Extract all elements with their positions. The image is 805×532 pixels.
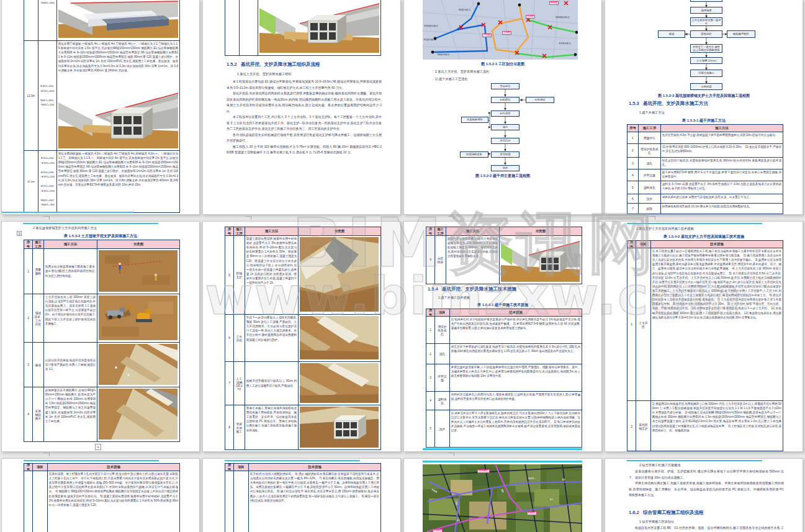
cell-measure: 填料时应沿着井孔口四周均匀填入,避免单侧填坠,让滤料充分填满,严禁用手推车直接倒… — [450, 392, 582, 410]
page-8[interactable]: 2 基坑支护土方开挖及回填施工技术措施 表 1.5.4-2 基坑支护土方开挖及回… — [605, 221, 803, 452]
list-item: 1 疏干井施工方法 — [639, 110, 665, 115]
page-9[interactable]: 序号 项目 技术措施 应及时清理。将土钉预先置入孔内并固定于设计位置,推送过程中… — [1, 458, 200, 532]
route-label: S333 — [528, 477, 534, 480]
col-header-step: 施工工序 — [639, 125, 661, 132]
page-5[interactable]: 2 基坑放坡喷锚支护土方开挖及回填施工方法 表 1.5.3-2 土方放坡开挖支护… — [1, 221, 200, 452]
col-header-figure: 示意图 — [97, 240, 179, 248]
cell-item: 洗井 — [435, 410, 450, 447]
route-label: E1 — [550, 498, 553, 501]
culvert-build-illustration — [300, 407, 379, 448]
flow-node: 泥浆制备循环 — [461, 117, 488, 123]
body-paragraph: 各作业队进场后首先安排机械进行场地平整,后直接进行各处基坑支护桩与降水井施工。边… — [227, 132, 382, 144]
table-row: 4 滤料填充 填料时应沿着井孔口四周均匀填入,避免单侧填坠,让滤料充分填满,严禁… — [426, 391, 582, 410]
cell-figure — [258, 0, 380, 55]
body-paragraph: 管廊主体结构分两次施工,先施工底板及导墙,再施工墙体和顶板。管廊主体墙和顶板模板… — [629, 480, 784, 498]
col-header-item: 项目 — [636, 241, 651, 248]
table-row: 3 清孔 钻孔达到设计标高后,在提钻前将钻杆提离孔底 300mm,钻头保持空转,… — [627, 157, 783, 169]
cell-method: 机械开挖至槽底设计标高以上 30cm,利用人工进行清槽至设计标高,严禁超挖。 — [245, 362, 299, 405]
page-6[interactable]: 序号 施工工序 施工方法 示意图 5 喷锚支护 混凝土面层采用湿喷,细骨料采用中… — [202, 221, 401, 452]
flow-node: 管廊主体施工 — [690, 70, 722, 77]
cell-no: 5 — [225, 236, 234, 314]
cell-step: 洗井 — [639, 194, 661, 203]
page-corner-mark — [43, 216, 50, 220]
cell-measure: 井管沉放时连接要牢靠,人工扶稳,如果井管在沉放过程中遇阻,严禁强压、强砸,要保证… — [450, 364, 582, 391]
section-heading: 1.6.2 综合管廊工程施工组织及流程 — [629, 510, 703, 516]
page-corner-mark — [448, 216, 454, 220]
cell-item: 土方开挖 — [636, 248, 651, 400]
cell-method: 回填时应分层回填碾压,蛙式打夯机每层虚铺土厚度为 200~300mm,人工打夯每… — [446, 236, 500, 284]
flow-node: 修坡 — [658, 30, 685, 38]
table-resize-handle[interactable]: + — [95, 444, 101, 450]
table-row: 5 滤料填充 滤料为 3~7mm 石屑,含泥量不大于 3%,填料至地面以下 3.… — [627, 181, 783, 194]
cell-step: 测放井位 — [639, 132, 661, 143]
cell-step: 滤料填充 — [639, 181, 661, 194]
cell-figure — [97, 249, 179, 294]
cell-figure — [97, 387, 179, 441]
cell-method: 利用全站仪根据管廊施工图及施工要求,放出基坑(槽)挖土的灰线和标高控制点,作为挖… — [44, 249, 97, 294]
cell-method: (1) 护筒埋设深度 500~1000mm,护筒上口高出地面 0.10~0.30… — [661, 144, 783, 157]
section-number: 1.6.2 — [629, 510, 639, 515]
work-zone-map-illustration — [423, 0, 578, 60]
cell-no — [225, 471, 234, 532]
cell-no: 1 — [24, 249, 33, 294]
figure-caption: 图 1.5.2-3 基坑放坡喷锚支护土方开挖及回填施工流程图 — [626, 93, 782, 99]
table-row: 3 修坡 分层分段开挖修坡,每层开挖深度须符合设计要求严禁超挖,采用人工修坡,坡… — [24, 342, 179, 387]
cell-method: 待管廊结构回填至标高 10.1m,降水井方可拆除,拆除完后用级配砂填实。 — [661, 204, 783, 214]
cell-step: 井管沉放 — [639, 169, 661, 181]
list-item: 1 综合管廊施工区段划分 — [639, 520, 674, 524]
cell-no: 7 — [225, 362, 234, 405]
page-corner-mark — [43, 453, 50, 456]
body-paragraph: 本工程深基坑主要包括 E1 路综合管廊基坑,管廊基坑深度为 10.6~16.6m… — [227, 79, 382, 91]
section-title: 基坑开挖、支护及降水施工技术措施 — [442, 286, 516, 292]
table-row: 3 井管沉放 井管沉放时连接要牢靠,人工扶稳,如果井管在沉放过程中遇阻,严禁强压… — [426, 364, 582, 391]
cell-figure — [299, 236, 380, 314]
flow-node: 回填滤料准备 — [460, 151, 488, 158]
cell-method: 管廊主体施工,管廊主体墙和顶板模板使用现有施工周转模板,具有组拼快捷、施工质量好… — [245, 405, 299, 449]
page-10[interactable]: 序号 项目 技术措施 石子粒径,分别填入级配好的砂石。 6) 洒水,铺好的砂石在… — [202, 458, 401, 532]
list-item: 2 基坑放坡喷锚支护土方开挖及回填施工方法 — [33, 226, 97, 230]
rebar-mesh-illustration — [99, 389, 178, 440]
section-heading: 1.5.4 基坑开挖、支护及降水施工技术措施 — [428, 286, 516, 292]
table-row: 12.0m E1K0+200 ~E1K1+000 、 N6K1+650 ~N6K… — [24, 40, 179, 150]
map-tag: S333起点 — [477, 469, 490, 473]
cell-depth — [24, 0, 38, 40]
zone-tag: 四工区 — [549, 1, 559, 5]
work-zone-map: N5设计终点 S333设计起点 E1设计起点 N6设计起点 S333设计终点 E… — [423, 0, 578, 60]
page-3[interactable]: N5设计终点 S333设计起点 E1设计起点 N6设计起点 S333设计终点 E… — [403, 0, 602, 215]
cell-no: 2 — [24, 294, 33, 342]
page-12[interactable]: 2 综合管廊工程施工方案概述 该基坑逐级分层开挖、护坡、支护措施及时,通过井点降… — [605, 458, 803, 532]
page-4[interactable]: 测量放线 场地清表 土方分层开挖至第一级平台 喷锚支护 修坡 钢筋网片制作 开挖… — [605, 0, 803, 215]
table-caption: 表 1.5.3-2 土方放坡开挖支护及回填施工方法 — [22, 233, 179, 239]
cell-method: 先开挖至标高-4.0m 平台处,再根据疏干井平面布置图测放井位,间距10m,现场… — [661, 132, 783, 143]
flow-node: 土方分层开挖至第一级平台 — [690, 17, 722, 26]
method-table: 序号 施工工序 施工方法 1 测放井位 先开挖至标高-4.0m 平台处,再根据疏… — [627, 124, 783, 214]
cell-item — [33, 471, 48, 532]
cyan-marker — [2, 212, 133, 213]
col-header-no: 序号 — [24, 464, 33, 471]
table-row: 石子粒径,分别填入级配好的砂石。 6) 洒水,铺好的砂石在夯实碾压前,应根据其干… — [225, 471, 380, 532]
cell-item: 井管沉放 — [435, 364, 450, 391]
cell-step: 喷锚支护 — [234, 236, 245, 314]
page-11[interactable]: S333 E1 E1 N5 N4 S309 E1 S333起点 E1终点 E1起… — [403, 458, 602, 532]
page-2[interactable]: 1.5.2 基坑开挖、支护及降水施工组织及流程 1 基坑土方开挖、支护及降水施工… — [202, 0, 401, 215]
figure-caption: 图 1.5.2-2 疏干井主要施工流程图 — [425, 173, 581, 179]
margin-handle[interactable]: 3 — [17, 231, 22, 236]
col-header-item: 项目 — [234, 464, 249, 471]
cell-no: 8 — [225, 405, 234, 449]
flow-node: 开挖至下一级平台 重复以上流程至管廊垫层底 — [690, 44, 722, 53]
table-row: 2 基坑喷锚支护 1) 根据测设白灰线放开挖,先用机械距上口线 500mm 开挖… — [627, 400, 783, 452]
cell-no: 5 — [627, 181, 639, 194]
cyan-marker — [24, 460, 159, 461]
cell-station: E1K0+200 ~E1K1+000 、 N6K1+650 ~N6K2+160 — [38, 41, 57, 150]
cell-no: 6 — [225, 315, 234, 361]
cell-no: 3 — [24, 343, 33, 387]
page-7[interactable]: 序号 施工工序 施工方法 示意图 9 分层回填 回填时应分层回填碾压,蛙式打夯机… — [403, 221, 602, 452]
manual-trim-illustration — [300, 363, 379, 403]
page-corner-mark — [448, 453, 454, 456]
col-header-no: 序号 — [627, 125, 639, 132]
page-1[interactable]: ~N6K1+650 12.0m — [1, 0, 200, 215]
cell-step: 修坡 — [33, 343, 44, 387]
body-paragraph: 施工拟投入 20 台卡特 323 履带式挖掘机,4 台 0.75m³ 长臂挖机。… — [227, 144, 382, 156]
cell-no: 7 — [627, 204, 639, 214]
document-canvas: ~N6K1+650 12.0m — [0, 0, 805, 532]
